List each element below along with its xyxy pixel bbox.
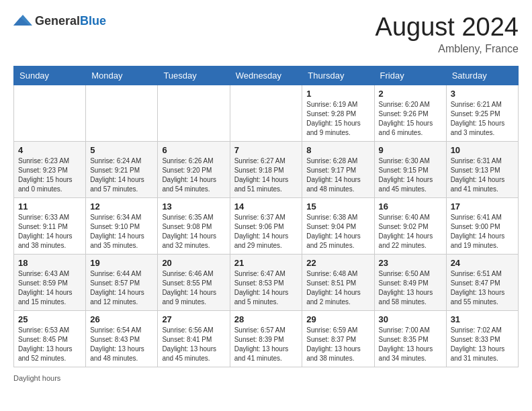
day-number: 4 — [18, 145, 81, 155]
calendar-cell: 20Sunrise: 6:46 AM Sunset: 8:55 PM Dayli… — [158, 254, 230, 310]
day-info: Sunrise: 6:27 AM Sunset: 9:18 PM Dayligh… — [234, 156, 298, 194]
day-info: Sunrise: 6:24 AM Sunset: 9:21 PM Dayligh… — [90, 156, 153, 194]
day-number: 12 — [90, 201, 153, 212]
day-info: Sunrise: 6:40 AM Sunset: 9:02 PM Dayligh… — [379, 213, 442, 250]
calendar-cell: 5Sunrise: 6:24 AM Sunset: 9:21 PM Daylig… — [86, 141, 158, 197]
calendar-cell: 15Sunrise: 6:38 AM Sunset: 9:04 PM Dayli… — [302, 197, 374, 254]
day-info: Sunrise: 7:02 AM Sunset: 8:33 PM Dayligh… — [451, 326, 514, 363]
day-info: Sunrise: 6:51 AM Sunset: 8:47 PM Dayligh… — [451, 269, 514, 307]
day-number: 21 — [234, 258, 298, 268]
calendar-cell: 11Sunrise: 6:33 AM Sunset: 9:11 PM Dayli… — [14, 197, 86, 254]
day-info: Sunrise: 6:33 AM Sunset: 9:11 PM Dayligh… — [18, 213, 81, 250]
calendar-cell: 26Sunrise: 6:54 AM Sunset: 8:43 PM Dayli… — [86, 310, 158, 367]
day-info: Sunrise: 6:59 AM Sunset: 8:37 PM Dayligh… — [306, 326, 369, 363]
day-number: 18 — [18, 258, 81, 268]
day-number: 19 — [90, 258, 153, 268]
day-info: Sunrise: 6:53 AM Sunset: 8:45 PM Dayligh… — [18, 326, 81, 363]
calendar-cell: 28Sunrise: 6:57 AM Sunset: 8:39 PM Dayli… — [230, 310, 302, 367]
day-info: Sunrise: 6:37 AM Sunset: 9:06 PM Dayligh… — [234, 213, 298, 250]
logo-blue: Blue — [80, 14, 106, 28]
day-info: Sunrise: 6:34 AM Sunset: 9:10 PM Dayligh… — [90, 213, 153, 250]
calendar-cell — [14, 85, 86, 141]
day-number: 24 — [451, 258, 514, 268]
day-info: Sunrise: 6:43 AM Sunset: 8:59 PM Dayligh… — [18, 269, 81, 307]
day-number: 15 — [306, 201, 369, 212]
daylight-label: Daylight hours — [13, 374, 60, 382]
calendar-cell: 27Sunrise: 6:56 AM Sunset: 8:41 PM Dayli… — [158, 310, 230, 367]
day-info: Sunrise: 6:26 AM Sunset: 9:20 PM Dayligh… — [162, 156, 225, 194]
calendar-week-row: 11Sunrise: 6:33 AM Sunset: 9:11 PM Dayli… — [14, 197, 519, 254]
calendar-cell: 22Sunrise: 6:48 AM Sunset: 8:51 PM Dayli… — [302, 254, 374, 310]
day-info: Sunrise: 6:38 AM Sunset: 9:04 PM Dayligh… — [306, 213, 369, 250]
calendar-week-row: 18Sunrise: 6:43 AM Sunset: 8:59 PM Dayli… — [14, 254, 519, 310]
calendar-cell — [158, 85, 230, 141]
calendar-cell: 3Sunrise: 6:21 AM Sunset: 9:25 PM Daylig… — [446, 85, 518, 141]
calendar-cell: 12Sunrise: 6:34 AM Sunset: 9:10 PM Dayli… — [86, 197, 158, 254]
day-number: 8 — [306, 145, 369, 155]
day-number: 2 — [379, 89, 442, 99]
calendar-week-row: 1Sunrise: 6:19 AM Sunset: 9:28 PM Daylig… — [14, 85, 519, 141]
calendar-cell — [230, 85, 302, 141]
calendar-cell: 14Sunrise: 6:37 AM Sunset: 9:06 PM Dayli… — [230, 197, 302, 254]
day-number: 13 — [162, 201, 225, 212]
day-number: 11 — [18, 201, 81, 212]
day-info: Sunrise: 6:57 AM Sunset: 8:39 PM Dayligh… — [234, 326, 298, 363]
day-number: 16 — [379, 201, 442, 212]
calendar-cell: 8Sunrise: 6:28 AM Sunset: 9:17 PM Daylig… — [302, 141, 374, 197]
page-header: GeneralBlue August 2024 Ambleny, France — [13, 13, 519, 55]
footer: Daylight hours — [13, 374, 519, 382]
day-number: 31 — [451, 314, 514, 324]
day-info: Sunrise: 6:56 AM Sunset: 8:41 PM Dayligh… — [162, 326, 225, 363]
logo: GeneralBlue — [13, 13, 106, 28]
calendar-cell: 25Sunrise: 6:53 AM Sunset: 8:45 PM Dayli… — [14, 310, 86, 367]
calendar-cell: 18Sunrise: 6:43 AM Sunset: 8:59 PM Dayli… — [14, 254, 86, 310]
day-info: Sunrise: 6:41 AM Sunset: 9:00 PM Dayligh… — [451, 213, 514, 250]
title-block: August 2024 Ambleny, France — [375, 13, 519, 55]
day-info: Sunrise: 6:21 AM Sunset: 9:25 PM Dayligh… — [451, 100, 514, 138]
calendar-cell: 30Sunrise: 7:00 AM Sunset: 8:35 PM Dayli… — [374, 310, 446, 367]
day-number: 7 — [234, 145, 298, 155]
logo-general: General — [35, 14, 80, 28]
day-info: Sunrise: 6:50 AM Sunset: 8:49 PM Dayligh… — [379, 269, 442, 307]
calendar-cell: 19Sunrise: 6:44 AM Sunset: 8:57 PM Dayli… — [86, 254, 158, 310]
day-number: 9 — [379, 145, 442, 155]
calendar-cell: 10Sunrise: 6:31 AM Sunset: 9:13 PM Dayli… — [446, 141, 518, 197]
day-number: 30 — [379, 314, 442, 324]
calendar-table: SundayMondayTuesdayWednesdayThursdayFrid… — [13, 66, 519, 367]
calendar-cell: 21Sunrise: 6:47 AM Sunset: 8:53 PM Dayli… — [230, 254, 302, 310]
weekday-header-thursday: Thursday — [302, 66, 374, 85]
day-info: Sunrise: 6:19 AM Sunset: 9:28 PM Dayligh… — [306, 100, 369, 138]
calendar-cell: 29Sunrise: 6:59 AM Sunset: 8:37 PM Dayli… — [302, 310, 374, 367]
day-info: Sunrise: 6:30 AM Sunset: 9:15 PM Dayligh… — [379, 156, 442, 194]
day-number: 23 — [379, 258, 442, 268]
day-info: Sunrise: 6:31 AM Sunset: 9:13 PM Dayligh… — [451, 156, 514, 194]
day-number: 22 — [306, 258, 369, 268]
weekday-header-wednesday: Wednesday — [230, 66, 302, 85]
calendar-cell: 2Sunrise: 6:20 AM Sunset: 9:26 PM Daylig… — [374, 85, 446, 141]
day-number: 17 — [451, 201, 514, 212]
calendar-cell: 31Sunrise: 7:02 AM Sunset: 8:33 PM Dayli… — [446, 310, 518, 367]
calendar-cell: 9Sunrise: 6:30 AM Sunset: 9:15 PM Daylig… — [374, 141, 446, 197]
calendar-cell: 7Sunrise: 6:27 AM Sunset: 9:18 PM Daylig… — [230, 141, 302, 197]
calendar-cell: 17Sunrise: 6:41 AM Sunset: 9:00 PM Dayli… — [446, 197, 518, 254]
day-info: Sunrise: 6:54 AM Sunset: 8:43 PM Dayligh… — [90, 326, 153, 363]
day-info: Sunrise: 7:00 AM Sunset: 8:35 PM Dayligh… — [379, 326, 442, 363]
day-number: 25 — [18, 314, 81, 324]
calendar-week-row: 25Sunrise: 6:53 AM Sunset: 8:45 PM Dayli… — [14, 310, 519, 367]
calendar-cell: 1Sunrise: 6:19 AM Sunset: 9:28 PM Daylig… — [302, 85, 374, 141]
day-info: Sunrise: 6:23 AM Sunset: 9:23 PM Dayligh… — [18, 156, 81, 194]
day-number: 3 — [451, 89, 514, 99]
day-number: 14 — [234, 201, 298, 212]
calendar-cell: 6Sunrise: 6:26 AM Sunset: 9:20 PM Daylig… — [158, 141, 230, 197]
weekday-header-saturday: Saturday — [446, 66, 518, 85]
day-number: 6 — [162, 145, 225, 155]
calendar-cell: 16Sunrise: 6:40 AM Sunset: 9:02 PM Dayli… — [374, 197, 446, 254]
logo-text: GeneralBlue — [35, 14, 106, 28]
logo-icon — [13, 13, 32, 28]
weekday-header-tuesday: Tuesday — [158, 66, 230, 85]
day-number: 27 — [162, 314, 225, 324]
location-subtitle: Ambleny, France — [375, 43, 519, 55]
day-info: Sunrise: 6:48 AM Sunset: 8:51 PM Dayligh… — [306, 269, 369, 307]
day-info: Sunrise: 6:20 AM Sunset: 9:26 PM Dayligh… — [379, 100, 442, 138]
calendar-cell — [86, 85, 158, 141]
